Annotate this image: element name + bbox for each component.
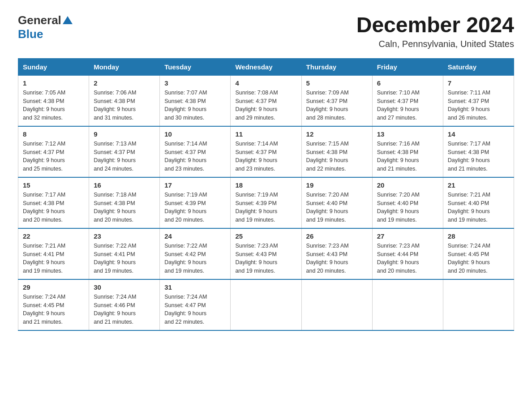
page-title: December 2024 (356, 13, 514, 37)
calendar-week-row: 8 Sunrise: 7:12 AM Sunset: 4:37 PM Dayli… (18, 126, 514, 177)
day-info: Sunrise: 7:15 AM Sunset: 4:38 PM Dayligh… (306, 140, 368, 173)
table-row: 23 Sunrise: 7:22 AM Sunset: 4:41 PM Dayl… (89, 228, 160, 279)
table-row (372, 279, 443, 330)
day-info: Sunrise: 7:21 AM Sunset: 4:41 PM Dayligh… (23, 242, 84, 275)
day-number: 5 (306, 79, 368, 87)
table-row: 19 Sunrise: 7:20 AM Sunset: 4:40 PM Dayl… (301, 177, 372, 228)
col-sunday: Sunday (18, 58, 89, 75)
svg-marker-0 (63, 16, 73, 24)
table-row: 27 Sunrise: 7:23 AM Sunset: 4:44 PM Dayl… (372, 228, 443, 279)
table-row: 18 Sunrise: 7:19 AM Sunset: 4:39 PM Dayl… (231, 177, 301, 228)
table-row: 22 Sunrise: 7:21 AM Sunset: 4:41 PM Dayl… (18, 228, 89, 279)
day-info: Sunrise: 7:11 AM Sunset: 4:37 PM Dayligh… (448, 89, 509, 122)
day-info: Sunrise: 7:24 AM Sunset: 4:45 PM Dayligh… (23, 293, 84, 326)
table-row: 24 Sunrise: 7:22 AM Sunset: 4:42 PM Dayl… (160, 228, 231, 279)
table-row: 2 Sunrise: 7:06 AM Sunset: 4:38 PM Dayli… (89, 75, 160, 126)
col-wednesday: Wednesday (231, 58, 301, 75)
col-monday: Monday (89, 58, 160, 75)
day-number: 6 (377, 79, 438, 87)
day-number: 8 (23, 130, 84, 138)
table-row: 13 Sunrise: 7:16 AM Sunset: 4:38 PM Dayl… (372, 126, 443, 177)
day-number: 28 (448, 232, 509, 240)
day-info: Sunrise: 7:22 AM Sunset: 4:41 PM Dayligh… (94, 242, 155, 275)
day-number: 3 (164, 79, 226, 87)
table-row: 9 Sunrise: 7:13 AM Sunset: 4:37 PM Dayli… (89, 126, 160, 177)
day-info: Sunrise: 7:13 AM Sunset: 4:37 PM Dayligh… (94, 140, 155, 173)
day-info: Sunrise: 7:18 AM Sunset: 4:38 PM Dayligh… (94, 191, 155, 224)
title-block: December 2024 Caln, Pennsylvania, United… (356, 13, 514, 49)
day-info: Sunrise: 7:06 AM Sunset: 4:38 PM Dayligh… (94, 89, 155, 122)
day-number: 24 (164, 232, 226, 240)
day-info: Sunrise: 7:10 AM Sunset: 4:37 PM Dayligh… (377, 89, 438, 122)
day-info: Sunrise: 7:12 AM Sunset: 4:37 PM Dayligh… (23, 140, 84, 173)
calendar-table: Sunday Monday Tuesday Wednesday Thursday… (18, 58, 514, 331)
table-row (301, 279, 372, 330)
day-number: 29 (23, 283, 84, 291)
day-number: 18 (235, 181, 296, 189)
day-info: Sunrise: 7:08 AM Sunset: 4:37 PM Dayligh… (235, 89, 296, 122)
table-row: 25 Sunrise: 7:23 AM Sunset: 4:43 PM Dayl… (231, 228, 301, 279)
day-number: 12 (306, 130, 368, 138)
day-number: 23 (94, 232, 155, 240)
day-info: Sunrise: 7:21 AM Sunset: 4:40 PM Dayligh… (448, 191, 509, 224)
calendar-week-row: 1 Sunrise: 7:05 AM Sunset: 4:38 PM Dayli… (18, 75, 514, 126)
day-info: Sunrise: 7:20 AM Sunset: 4:40 PM Dayligh… (306, 191, 368, 224)
table-row: 1 Sunrise: 7:05 AM Sunset: 4:38 PM Dayli… (18, 75, 89, 126)
day-info: Sunrise: 7:19 AM Sunset: 4:39 PM Dayligh… (164, 191, 226, 224)
logo-blue: Blue (18, 27, 43, 41)
day-info: Sunrise: 7:24 AM Sunset: 4:47 PM Dayligh… (164, 293, 226, 326)
col-saturday: Saturday (443, 58, 514, 75)
logo-general: General (18, 13, 61, 27)
day-number: 14 (448, 130, 509, 138)
day-number: 25 (235, 232, 296, 240)
day-info: Sunrise: 7:09 AM Sunset: 4:37 PM Dayligh… (306, 89, 368, 122)
calendar-week-row: 15 Sunrise: 7:17 AM Sunset: 4:38 PM Dayl… (18, 177, 514, 228)
day-info: Sunrise: 7:23 AM Sunset: 4:43 PM Dayligh… (235, 242, 296, 275)
table-row: 11 Sunrise: 7:14 AM Sunset: 4:37 PM Dayl… (231, 126, 301, 177)
day-number: 1 (23, 79, 84, 87)
day-number: 17 (164, 181, 226, 189)
table-row: 17 Sunrise: 7:19 AM Sunset: 4:39 PM Dayl… (160, 177, 231, 228)
table-row (231, 279, 301, 330)
table-row: 30 Sunrise: 7:24 AM Sunset: 4:46 PM Dayl… (89, 279, 160, 330)
day-info: Sunrise: 7:17 AM Sunset: 4:38 PM Dayligh… (23, 191, 84, 224)
day-number: 21 (448, 181, 509, 189)
table-row: 4 Sunrise: 7:08 AM Sunset: 4:37 PM Dayli… (231, 75, 301, 126)
day-info: Sunrise: 7:24 AM Sunset: 4:45 PM Dayligh… (448, 242, 509, 275)
table-row (443, 279, 514, 330)
day-number: 15 (23, 181, 84, 189)
day-info: Sunrise: 7:19 AM Sunset: 4:39 PM Dayligh… (235, 191, 296, 224)
col-tuesday: Tuesday (160, 58, 231, 75)
table-row: 28 Sunrise: 7:24 AM Sunset: 4:45 PM Dayl… (443, 228, 514, 279)
day-info: Sunrise: 7:16 AM Sunset: 4:38 PM Dayligh… (377, 140, 438, 173)
table-row: 3 Sunrise: 7:07 AM Sunset: 4:38 PM Dayli… (160, 75, 231, 126)
col-friday: Friday (372, 58, 443, 75)
day-info: Sunrise: 7:07 AM Sunset: 4:38 PM Dayligh… (164, 89, 226, 122)
page-header: General Blue December 2024 Caln, Pennsyl… (18, 13, 514, 49)
day-number: 20 (377, 181, 438, 189)
table-row: 29 Sunrise: 7:24 AM Sunset: 4:45 PM Dayl… (18, 279, 89, 330)
day-info: Sunrise: 7:17 AM Sunset: 4:38 PM Dayligh… (448, 140, 509, 173)
day-number: 4 (235, 79, 296, 87)
table-row: 6 Sunrise: 7:10 AM Sunset: 4:37 PM Dayli… (372, 75, 443, 126)
table-row: 8 Sunrise: 7:12 AM Sunset: 4:37 PM Dayli… (18, 126, 89, 177)
table-row: 20 Sunrise: 7:20 AM Sunset: 4:40 PM Dayl… (372, 177, 443, 228)
day-number: 30 (94, 283, 155, 291)
day-number: 10 (164, 130, 226, 138)
table-row: 26 Sunrise: 7:23 AM Sunset: 4:43 PM Dayl… (301, 228, 372, 279)
table-row: 14 Sunrise: 7:17 AM Sunset: 4:38 PM Dayl… (443, 126, 514, 177)
table-row: 15 Sunrise: 7:17 AM Sunset: 4:38 PM Dayl… (18, 177, 89, 228)
day-info: Sunrise: 7:22 AM Sunset: 4:42 PM Dayligh… (164, 242, 226, 275)
logo-triangle-icon (63, 16, 73, 24)
day-number: 27 (377, 232, 438, 240)
day-number: 22 (23, 232, 84, 240)
day-info: Sunrise: 7:23 AM Sunset: 4:43 PM Dayligh… (306, 242, 368, 275)
day-info: Sunrise: 7:14 AM Sunset: 4:37 PM Dayligh… (164, 140, 226, 173)
table-row: 31 Sunrise: 7:24 AM Sunset: 4:47 PM Dayl… (160, 279, 231, 330)
table-row: 10 Sunrise: 7:14 AM Sunset: 4:37 PM Dayl… (160, 126, 231, 177)
table-row: 5 Sunrise: 7:09 AM Sunset: 4:37 PM Dayli… (301, 75, 372, 126)
day-info: Sunrise: 7:14 AM Sunset: 4:37 PM Dayligh… (235, 140, 296, 173)
table-row: 7 Sunrise: 7:11 AM Sunset: 4:37 PM Dayli… (443, 75, 514, 126)
day-info: Sunrise: 7:05 AM Sunset: 4:38 PM Dayligh… (23, 89, 84, 122)
table-row: 16 Sunrise: 7:18 AM Sunset: 4:38 PM Dayl… (89, 177, 160, 228)
